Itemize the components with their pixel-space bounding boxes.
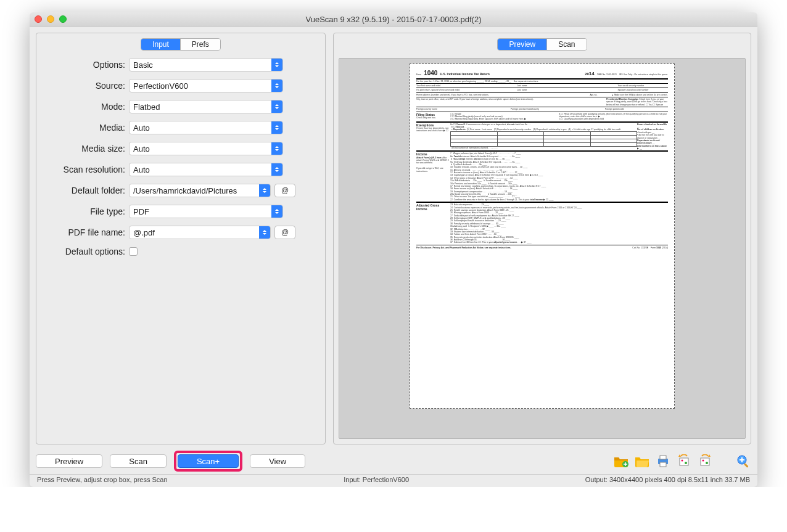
toolbar-icons [613,453,751,469]
left-tabs: Input Prefs [141,38,221,51]
svg-point-5 [682,460,683,462]
right-panel: Preview Scan Form 1040 U.S. Individual I… [333,33,751,444]
svg-rect-3 [660,462,666,467]
pdfname-select[interactable]: @.pdf [129,226,271,239]
chevron-updown-icon [271,205,282,218]
svg-point-6 [685,462,687,464]
tab-prefs[interactable]: Prefs [180,39,220,50]
svg-rect-4 [680,458,688,465]
folder-new-icon[interactable] [613,453,629,469]
chevron-updown-icon [271,59,282,71]
svg-point-8 [703,460,704,462]
options-select[interactable]: Basic [129,58,283,72]
doc-title: U.S. Individual Income Tax Return [440,72,489,76]
status-bar: Press Preview, adjust crop box, press Sc… [30,474,757,487]
svg-rect-2 [660,456,666,459]
defaultopts-label: Default options: [39,247,125,256]
chevron-updown-icon [271,80,282,92]
svg-point-9 [706,462,708,464]
preview-area[interactable]: Form 1040 U.S. Individual Income Tax Ret… [339,58,746,439]
filetype-label: File type: [39,207,125,216]
rotate-left-icon[interactable] [676,453,692,469]
mediasize-select[interactable]: Auto [129,142,283,155]
chevron-updown-icon [259,184,270,197]
view-button[interactable]: View [250,454,305,468]
rotate-right-icon[interactable] [697,453,713,469]
mode-select[interactable]: Flatbed [129,100,283,113]
mode-label: Mode: [39,102,125,112]
pdfname-at-button[interactable]: @ [274,226,295,239]
app-window: VueScan 9 x32 (9.5.19) - 2015-07-17-0003… [30,12,757,487]
scanplus-button[interactable]: Scan+ [178,454,239,468]
media-select[interactable]: Auto [129,121,283,134]
svg-rect-11 [744,463,749,468]
chevron-updown-icon [271,100,282,113]
printer-icon[interactable] [655,453,671,469]
window-controls [35,15,67,23]
minimize-icon[interactable] [47,15,54,23]
zoom-in-icon[interactable] [735,453,751,469]
pdfname-label: PDF file name: [39,227,125,237]
right-tabs: Preview Scan [497,38,587,51]
status-left: Press Preview, adjust crop box, press Sc… [37,476,168,483]
tab-input[interactable]: Input [141,39,180,50]
maximize-icon[interactable] [59,15,67,23]
source-label: Source: [39,81,125,91]
scan-button[interactable]: Scan [110,454,167,468]
options-form: Options: Basic Source: PerfectionV600 Mo… [36,58,325,256]
tab-preview[interactable]: Preview [498,39,546,50]
highlight-box: Scan+ [174,451,242,472]
chevron-updown-icon [271,163,282,176]
folder-select[interactable]: /Users/hamrickdavid/Pictures [129,184,271,197]
preview-button[interactable]: Preview [36,454,102,468]
folder-open-icon[interactable] [634,453,650,469]
status-mid: Input: PerfectionV600 [168,476,585,483]
media-label: Media: [39,123,125,133]
tab-scan[interactable]: Scan [546,39,586,50]
left-panel: Input Prefs Options: Basic Source: Perfe… [36,33,326,444]
close-icon[interactable] [35,15,42,23]
doc-form-number: 1040 [424,70,437,78]
folder-label: Default folder: [39,186,125,195]
status-right: Output: 3400x4400 pixels 400 dpi 8.5x11 … [585,476,750,483]
bottom-bar: Preview Scan Scan+ View [30,447,757,473]
chevron-updown-icon [271,142,282,155]
scanres-label: Scan resolution: [39,165,125,174]
svg-rect-7 [701,458,709,465]
document-preview: Form 1040 U.S. Individual Income Tax Ret… [410,63,675,409]
mediasize-label: Media size: [39,144,125,153]
main-content: Input Prefs Options: Basic Source: Perfe… [30,27,757,447]
titlebar: VueScan 9 x32 (9.5.19) - 2015-07-17-0003… [30,12,757,27]
folder-at-button[interactable]: @ [274,184,295,197]
source-select[interactable]: PerfectionV600 [129,79,283,92]
window-title: VueScan 9 x32 (9.5.19) - 2015-07-17-0003… [30,15,757,24]
filetype-select[interactable]: PDF [129,205,283,218]
chevron-updown-icon [271,121,282,134]
chevron-updown-icon [259,226,270,239]
options-label: Options: [39,60,125,70]
defaultopts-checkbox[interactable] [129,247,138,256]
scanres-select[interactable]: Auto [129,163,283,176]
